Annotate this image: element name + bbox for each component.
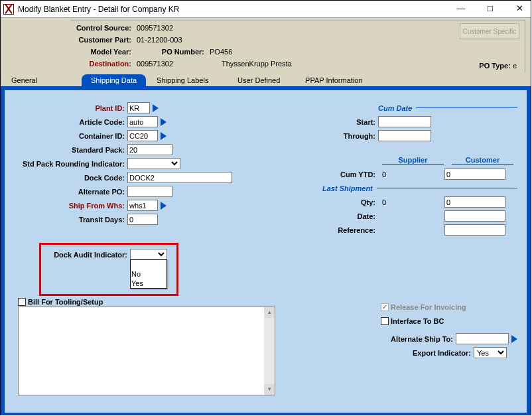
destination-label: Destination: [75,60,131,68]
container-id-label: Container ID: [11,132,127,140]
bottom-right-panel: Release For Invoicing Interface To BC Al… [348,300,517,360]
divider [377,188,517,188]
qty-supplier: 0 [378,198,444,206]
control-source-value: 009571302 [137,24,173,32]
release-checkbox [381,303,389,311]
alt-ship-to-label: Alternate Ship To: [391,335,456,343]
article-code-lookup-icon[interactable] [161,118,166,126]
customer-part-value: 01-21200-003 [137,36,182,44]
interface-bc-checkbox[interactable] [381,317,389,325]
reference-customer-input[interactable] [444,224,505,236]
container-id-lookup-icon[interactable] [161,132,166,140]
po-number-label: PO Number: [131,48,204,56]
tab-ppap[interactable]: PPAP Information [296,74,371,86]
alternate-po-input[interactable] [127,186,172,197]
destination-value: 009571302 [137,60,216,68]
cum-ytd-label: Cum YTD: [318,171,378,178]
date-customer-input[interactable] [444,210,505,222]
destination-name: ThyssenKrupp Presta [222,60,292,68]
divider [416,107,517,108]
transit-days-input[interactable] [127,214,158,225]
dock-code-input[interactable] [127,172,232,183]
scroll-up-icon[interactable]: ▴ [264,307,275,318]
control-source-label: Control Source: [75,24,131,32]
through-input[interactable] [378,130,431,141]
scroll-down-icon[interactable]: ▾ [264,384,275,395]
close-button[interactable]: ✕ [511,3,528,16]
body-frame: Plant ID: Article Code: Container ID: St… [1,86,531,415]
tab-user-defined[interactable]: User Defined [228,74,295,86]
cum-ytd-supplier: 0 [378,171,444,178]
titlebar: Modify Blanket Entry - Detail for Compan… [1,1,531,18]
po-type-label: PO Type: [479,62,510,70]
right-panel: Cum Date Start: Through: Supplier Custom… [318,101,517,237]
left-panel: Plant ID: Article Code: Container ID: St… [11,101,263,226]
ship-from-whs-lookup-icon[interactable] [161,202,166,210]
plant-id-input[interactable] [127,102,150,113]
interface-bc-label: Interface To BC [391,317,446,325]
app-window: Modify Blanket Entry - Detail for Compan… [0,0,531,415]
ship-from-whs-label: Ship From Whs: [11,202,127,210]
minimize-button[interactable]: — [452,3,470,16]
dock-audit-option-no[interactable]: No [131,269,166,279]
qty-customer-input[interactable] [444,196,505,208]
container-id-input[interactable] [127,130,158,141]
article-code-input[interactable] [127,116,158,127]
bill-tooling-label: Bill For Tooling/Setup [28,298,103,306]
through-label: Through: [318,132,378,140]
dock-audit-label: Dock Audit Indicator: [45,251,130,259]
rounding-label: Std Pack Rounding Indicator: [11,160,127,168]
alternate-po-label: Alternate PO: [11,188,127,196]
tab-strip: General Shipping Data Shipping Labels Us… [1,74,531,86]
ship-from-whs-input[interactable] [127,200,158,211]
maximize-button[interactable]: ☐ [482,3,499,16]
customer-header: Customer [452,156,513,165]
po-type-value: e [513,62,517,70]
customer-specific-button[interactable]: Customer Specific [460,23,519,39]
header-panel: Customer Specific Control Source: 009571… [1,18,531,75]
cum-ytd-customer-input[interactable] [444,169,505,180]
dock-audit-option-blank[interactable] [131,260,166,269]
alt-ship-to-lookup-icon[interactable] [511,335,517,343]
tab-shipping-labels[interactable]: Shipping Labels [147,74,227,86]
dock-audit-highlight: Dock Audit Indicator: No Yes [39,243,178,296]
bill-tooling-textarea[interactable]: ▴ ▾ [18,307,275,395]
transit-days-label: Transit Days: [11,216,127,224]
model-year-label: Model Year: [75,48,131,56]
bill-tooling-checkbox[interactable] [18,298,26,306]
alt-ship-to-input[interactable] [456,333,509,344]
dock-audit-select[interactable] [130,249,167,260]
scrollbar[interactable]: ▴ ▾ [264,307,275,395]
cum-date-header: Cum Date [378,104,412,112]
po-number-value: PO456 [210,48,232,56]
standard-pack-label: Standard Pack: [11,146,127,154]
date-label: Date: [318,212,378,220]
tab-general[interactable]: General [2,74,80,86]
qty-label: Qty: [318,198,378,206]
customer-part-label: Customer Part: [75,36,131,44]
start-label: Start: [318,118,378,126]
start-input[interactable] [378,116,431,127]
dock-audit-option-yes[interactable]: Yes [131,279,166,288]
plant-id-lookup-icon[interactable] [153,104,159,112]
bill-tooling-area: Bill For Tooling/Setup ▴ ▾ [18,298,277,395]
export-indicator-select[interactable]: Yes [474,347,507,358]
article-code-label: Article Code: [11,118,127,126]
app-icon [3,4,14,15]
tab-shipping-data[interactable]: Shipping Data [82,74,146,86]
release-label: Release For Invoicing [391,303,469,311]
plant-id-label: Plant ID: [11,104,127,112]
dock-code-label: Dock Code: [11,174,127,182]
dock-audit-dropdown: No Yes [130,259,167,289]
last-shipment-header: Last Shipment [322,184,373,192]
export-indicator-label: Export Indicator: [413,349,474,357]
standard-pack-input[interactable] [127,144,172,155]
window-title: Modify Blanket Entry - Detail for Compan… [18,5,452,14]
rounding-select[interactable] [127,158,180,169]
supplier-header: Supplier [382,156,444,165]
reference-label: Reference: [318,226,378,234]
